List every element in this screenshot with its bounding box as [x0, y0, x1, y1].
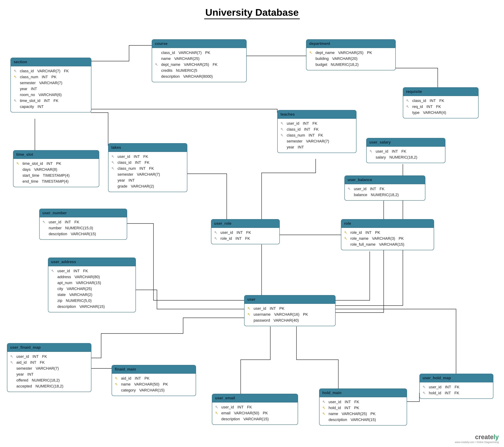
key-icon [115, 383, 118, 386]
column-row: user_idINTFK [214, 230, 277, 235]
svg-point-57 [112, 168, 113, 168]
connection-line [187, 174, 227, 219]
entity-header[interactable]: user_role [211, 219, 279, 228]
column-name: number [49, 226, 62, 230]
key-icon [322, 412, 326, 416]
column-name: description [57, 304, 76, 309]
entity-header[interactable]: section [11, 58, 91, 66]
entity-body: class_idVARCHAR(7)FKclass_numINTPKsemest… [11, 66, 91, 112]
column-row: emailVARCHAR(50)PK [215, 410, 295, 416]
svg-point-13 [156, 64, 156, 64]
diagram-title: University Database [0, 7, 504, 18]
column-name: hold_id [429, 391, 441, 395]
foreign-key-icon [111, 167, 115, 170]
column-type: NUMERIC(5,0) [66, 298, 91, 303]
column-type: INT [344, 406, 351, 410]
entity-header[interactable]: department [306, 40, 395, 48]
column-row: descriptionVARCHAR(15) [51, 304, 133, 310]
foreign-key-icon [322, 400, 326, 404]
column-row: user_idINTFK [422, 384, 491, 390]
key-icon [406, 99, 410, 102]
entity-header[interactable]: takes [108, 144, 187, 152]
column-type: INT [139, 166, 145, 171]
column-flag: FK [143, 154, 148, 159]
entity-header[interactable]: user_salary [367, 138, 445, 147]
column-name: description [161, 74, 180, 79]
column-name: user_id [376, 149, 388, 154]
connection-line [262, 159, 316, 219]
entity-user_balance[interactable]: user_balanceuser_idINTFKbalanceNUMERIC(1… [344, 175, 425, 201]
column-name: role_id [220, 236, 232, 241]
column-type: VARCHAR(15) [79, 304, 105, 309]
column-name: class_num [287, 133, 305, 137]
entity-finaid_main[interactable]: finaid_mainaid_idINTPKnameVARCHAR(50)PKc… [112, 365, 196, 396]
entity-hold_main[interactable]: hold_mainuser_idINTFKhold_idINTPKnameVAR… [319, 389, 407, 426]
column-type: INT [128, 178, 135, 183]
column-type: VARCHAR(2) [69, 292, 92, 297]
column-row: user_idINTFK [347, 186, 423, 192]
column-flag: PK [205, 50, 210, 55]
column-flag: FK [247, 405, 252, 409]
entity-header[interactable]: user_number [40, 209, 127, 217]
entity-body: user_idINTFKhold_idINTFK [420, 382, 493, 398]
entity-header[interactable]: user_balance [345, 176, 425, 184]
column-name: days [22, 167, 31, 172]
svg-point-9 [15, 100, 15, 100]
entity-role[interactable]: rolerole_idINTPKrole_nameVARCHAR(3)PKrol… [341, 219, 434, 250]
entity-header[interactable]: role [341, 219, 434, 228]
entity-user[interactable]: useruser_idINTPKusernameVARCHAR(16)PKpas… [244, 295, 336, 326]
column-row: class_idINTFK [280, 126, 354, 132]
column-flag: FK [401, 149, 406, 154]
foreign-key-icon [280, 134, 284, 137]
column-row: descriptionVARCHAR(15) [215, 416, 295, 422]
entity-course[interactable]: courseclass_idVARCHAR(7)PKnameVARCHAR(25… [152, 39, 247, 82]
entity-header[interactable]: hold_main [320, 389, 407, 397]
column-flag: PK [375, 230, 380, 235]
entity-body: user_idINTFKaddressVARCHAR(80)apt_numVAR… [48, 266, 136, 312]
entity-user_hold_map[interactable]: user_hold_mapuser_idINTFKhold_idINTFK [419, 374, 493, 399]
column-name: year [287, 145, 294, 150]
entity-header[interactable]: finaid_main [112, 365, 196, 374]
entity-user_role[interactable]: user_roleuser_idINTFKrole_idINTFK [211, 219, 280, 244]
entity-header[interactable]: user_address [48, 258, 136, 266]
watermark-brand: creately [455, 433, 499, 441]
column-flag: FK [354, 400, 359, 404]
column-type: INT [42, 75, 48, 79]
primary-key-icon [309, 51, 313, 55]
entity-body: user_idINTFKrole_idINTFK [211, 228, 279, 244]
column-flag: FK [74, 220, 79, 224]
key-icon [423, 391, 426, 395]
column-name: class_id [412, 98, 426, 103]
entity-user_finaid_map[interactable]: user_finaid_mapuser_idINTFKaid_idINTFKse… [7, 343, 91, 392]
entity-user_salary[interactable]: user_salaryuser_idINTFKsalaryNUMERIC(18,… [366, 138, 445, 163]
entity-body: user_idINTPKusernameVARCHAR(16)PKpasswor… [245, 304, 335, 326]
entity-requisite[interactable]: requisiteclass_idINTFKreq_idINTFKtypeVAR… [403, 87, 479, 118]
entity-user_email[interactable]: user_emailuser_idINTFKemailVARCHAR(50)PK… [212, 394, 298, 425]
foreign-key-icon [215, 406, 219, 409]
primary-key-icon [114, 383, 119, 386]
entity-header[interactable]: teaches [278, 110, 356, 119]
column-row: user_idINTFK [322, 399, 404, 405]
column-name: user_id [49, 220, 61, 224]
entity-header[interactable]: user [245, 295, 335, 304]
entity-header[interactable]: time_slot [13, 151, 99, 159]
column-flag: FK [213, 62, 217, 67]
entity-header[interactable]: user_email [212, 394, 298, 403]
entity-section[interactable]: sectionclass_idVARCHAR(7)FKclass_numINTP… [10, 58, 91, 113]
entity-header[interactable]: course [152, 40, 246, 48]
entity-takes[interactable]: takesuser_idINTFKclass_idINTFKclass_numI… [108, 143, 187, 192]
key-icon [322, 400, 326, 404]
column-name: role_full_name [350, 242, 376, 247]
entity-header[interactable]: requisite [403, 88, 478, 96]
column-type: VARCHAR(7) [37, 69, 60, 73]
entity-user_number[interactable]: user_numberuser_idINTFKnumberNUMERIC(15,… [39, 209, 127, 240]
entity-department[interactable]: departmentdept_nameVARCHAR(25)PKbuilding… [306, 39, 396, 70]
entity-user_address[interactable]: user_addressuser_idINTFKaddressVARCHAR(8… [48, 257, 136, 312]
entity-time_slot[interactable]: time_slottime_slot_idINTPKdaysVARCHAR(8)… [13, 150, 99, 187]
entity-teaches[interactable]: teachesuser_idINTFKclass_idINTFKclass_nu… [277, 110, 357, 153]
entity-header[interactable]: user_finaid_map [7, 343, 91, 352]
entity-header[interactable]: user_hold_map [420, 374, 493, 382]
column-type: VARCHAR(25) [342, 411, 367, 416]
key-icon [280, 134, 284, 137]
column-name: semester [287, 139, 302, 144]
